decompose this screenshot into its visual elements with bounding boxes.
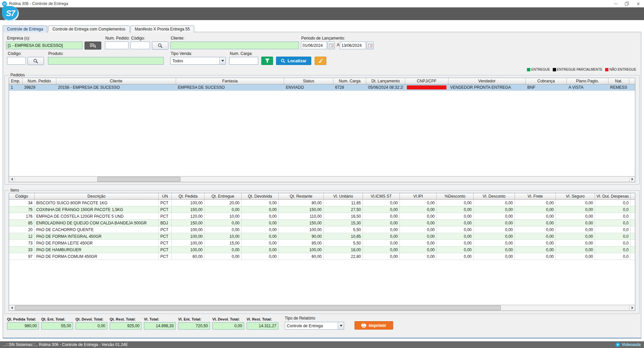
itens-column-header-13[interactable]: Vl. Seguro bbox=[556, 193, 595, 199]
itens-row-3[interactable]: 85ENROLADINHO DE QUEIJO COM CALDA BANDEJ… bbox=[9, 220, 635, 226]
itens-column-header-8[interactable]: Vl.ICMS ST bbox=[363, 193, 400, 199]
periodo-to-field[interactable] bbox=[340, 42, 366, 49]
scroll-left-arrow[interactable] bbox=[9, 177, 15, 182]
codigo-produto-field[interactable] bbox=[7, 57, 26, 65]
itens-scroll-thumb[interactable] bbox=[15, 305, 501, 310]
itens-cell: 60,00 bbox=[279, 253, 324, 260]
pedidos-column-header-4[interactable]: Status bbox=[284, 78, 333, 84]
itens-row-5[interactable]: 12PAO DE FORMA INTEGRAL 450GRPCT100,0010… bbox=[9, 233, 635, 240]
restore-button[interactable] bbox=[621, 0, 633, 7]
itens-column-header-14[interactable]: Vl. Out. Despesas bbox=[595, 193, 631, 199]
tab-1[interactable]: Controle de Entrega com Complementos bbox=[48, 25, 129, 32]
cliente-search-button[interactable] bbox=[152, 42, 168, 50]
close-button[interactable]: ✕ bbox=[633, 0, 644, 7]
itens-hscrollbar[interactable] bbox=[9, 305, 635, 310]
pedidos-hscrollbar[interactable] bbox=[9, 176, 635, 182]
cliente-field[interactable] bbox=[170, 42, 299, 49]
legend-label: NÃO ENTREGUE bbox=[609, 68, 636, 71]
itens-cell: 0,00 bbox=[556, 206, 595, 213]
empresa-lookup-button[interactable] bbox=[85, 42, 101, 50]
itens-column-header-2[interactable]: UN bbox=[159, 193, 172, 199]
itens-column-header-3[interactable]: Qt. Pedida bbox=[172, 193, 205, 199]
pedidos-column-header-11[interactable]: Nat. bbox=[608, 78, 629, 84]
itens-column-header-6[interactable]: Qt. Restante bbox=[279, 193, 324, 199]
imprimir-button[interactable]: Imprimir bbox=[355, 321, 393, 330]
pedidos-scroll-thumb[interactable] bbox=[97, 177, 180, 182]
itens-column-header-4[interactable]: Qt. Entregue bbox=[205, 193, 241, 199]
itens-column-header-5[interactable]: Qt. Devolvida bbox=[241, 193, 279, 199]
itens-column-header-1[interactable]: Descrição bbox=[35, 193, 159, 199]
pedidos-groupbox: Pedidos Emp.Num. PedidoClienteFantasiaSt… bbox=[4, 73, 640, 185]
itens-cell: 0,00 bbox=[474, 200, 515, 206]
pedidos-row-0[interactable]: 13982920158 - EMPRESA DE SUCESSOEMPRESA … bbox=[9, 84, 635, 91]
report-dropdown-button[interactable] bbox=[338, 322, 344, 329]
pedidos-cell bbox=[405, 84, 448, 90]
periodo-from-field[interactable] bbox=[301, 42, 327, 49]
play-icon bbox=[615, 342, 620, 347]
produto-search-button[interactable] bbox=[28, 57, 44, 65]
itens-row-6[interactable]: 73PAO DE FORMA LEITE 450GRPCT100,0015,00… bbox=[9, 240, 635, 247]
itens-column-header-12[interactable]: Vl. Frete bbox=[515, 193, 556, 199]
itens-row-4[interactable]: 20PAO DE CACHORRO QUENTEPCT100,000,000,0… bbox=[9, 226, 635, 233]
itens-cell: 5,50 bbox=[324, 240, 363, 246]
itens-cell: 100,00 bbox=[172, 240, 205, 246]
itens-cell: ENROLADINHO DE QUEIJO COM CALDA BANDEJA … bbox=[35, 220, 159, 226]
tipo-venda-dropdown-button[interactable] bbox=[219, 57, 225, 64]
pedidos-column-header-10[interactable]: Plano Pagto. bbox=[567, 78, 608, 84]
itens-cell: 0,00 bbox=[400, 226, 437, 233]
periodo-from-calendar-button[interactable] bbox=[328, 42, 335, 49]
legend-label: ENTREGUE bbox=[531, 68, 550, 71]
filter-button[interactable] bbox=[261, 57, 273, 65]
itens-row-2[interactable]: 176EMPADA DE COSTELA 120GR PACOTE 5 UNDP… bbox=[9, 213, 635, 220]
tipo-venda-select[interactable]: Todos bbox=[170, 57, 226, 65]
itens-row-8[interactable]: 97PAO DE FORMA COMUM 450GRPCT60,000,000,… bbox=[9, 253, 635, 260]
periodo-to-calendar-button[interactable] bbox=[367, 42, 374, 49]
num-pedido-field[interactable] bbox=[105, 42, 128, 49]
tab-2[interactable]: Manifesto X Pronta Entrega 55 bbox=[130, 25, 194, 32]
produto-field[interactable] bbox=[48, 57, 164, 65]
pedidos-column-header-7[interactable]: CNPJ/CPF bbox=[405, 78, 448, 84]
close-icon: ✕ bbox=[637, 2, 640, 6]
itens-column-header-9[interactable]: Vl.IPI bbox=[400, 193, 437, 199]
scroll-right-arrow[interactable] bbox=[629, 177, 635, 182]
pedidos-column-header-3[interactable]: Fantasia bbox=[176, 78, 284, 84]
itens-row-7[interactable]: 33PAO DE HAMBURGUERPCT100,000,000,00100,… bbox=[9, 247, 635, 253]
header-banner: S7 bbox=[0, 7, 644, 20]
scroll-right-arrow[interactable] bbox=[629, 305, 635, 310]
calendar-icon bbox=[329, 44, 333, 47]
pedidos-column-header-5[interactable]: Num. Carga bbox=[333, 78, 366, 84]
itens-cell: 0,00 bbox=[437, 233, 474, 239]
pedidos-column-header-6[interactable]: Dt. Lançamento bbox=[366, 78, 405, 84]
localizar-button[interactable]: Localizar bbox=[276, 57, 311, 65]
minimize-button[interactable] bbox=[610, 0, 621, 7]
pedidos-column-header-2[interactable]: Cliente bbox=[56, 78, 176, 84]
pedidos-cell: REMESS bbox=[608, 84, 629, 90]
report-type-select[interactable]: Controle de Entrega bbox=[285, 322, 344, 330]
triangle-right-icon bbox=[632, 178, 633, 181]
empresa-field[interactable] bbox=[6, 42, 83, 49]
itens-column-header-10[interactable]: %Desconto bbox=[437, 193, 474, 199]
clear-button[interactable] bbox=[315, 57, 326, 65]
s7-logo: S7 bbox=[2, 6, 19, 21]
total-group-1: Qt. Ent. Total:55,00 bbox=[41, 317, 73, 330]
scroll-left-arrow[interactable] bbox=[9, 305, 15, 310]
chevron-down-icon bbox=[221, 60, 224, 62]
codigo-cliente-field[interactable] bbox=[130, 42, 150, 49]
pedidos-column-header-8[interactable]: Vendedor bbox=[448, 78, 526, 84]
num-carga-field[interactable] bbox=[229, 57, 258, 65]
pedidos-column-header-9[interactable]: Cobrança bbox=[526, 78, 567, 84]
itens-cell: 100,00 bbox=[279, 226, 324, 233]
itens-column-header-11[interactable]: Vl. Desconto bbox=[474, 193, 515, 199]
itens-column-header-0[interactable]: Código bbox=[9, 193, 35, 199]
pedidos-column-header-0[interactable]: Emp. bbox=[9, 78, 22, 84]
itens-column-header-7[interactable]: Vl. Unitário bbox=[324, 193, 363, 199]
restore-icon bbox=[625, 2, 629, 6]
pedidos-column-header-1[interactable]: Num. Pedido bbox=[22, 78, 56, 84]
videoaula-link[interactable]: Videoaula bbox=[615, 342, 641, 347]
itens-cell: PAO DE FORMA INTEGRAL 450GR bbox=[35, 233, 159, 239]
itens-cell: 85,00 bbox=[279, 240, 324, 246]
itens-row-0[interactable]: 34BISCOITO SUICO 80GR PACOTE 1KGPCT100,0… bbox=[9, 200, 635, 206]
tab-0[interactable]: Controle de Entrega bbox=[3, 25, 47, 32]
legend-swatch bbox=[527, 68, 530, 71]
itens-row-1[interactable]: 75COXINHA DE FRANGO 150GR PACOTE 1,5KGPC… bbox=[9, 206, 635, 213]
